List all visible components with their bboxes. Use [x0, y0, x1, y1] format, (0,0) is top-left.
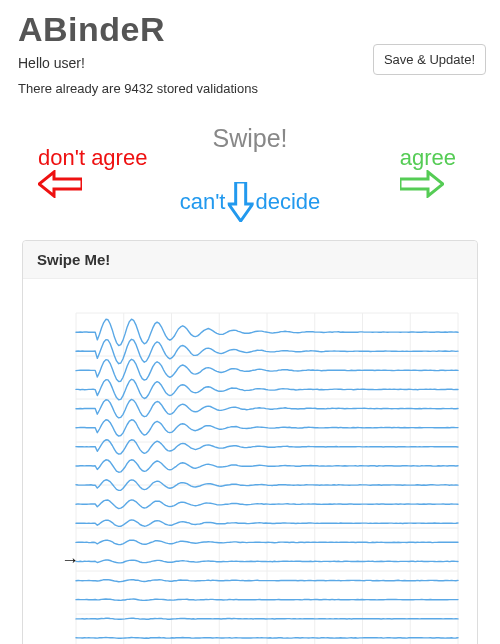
agree-text: agree — [400, 145, 456, 170]
swipe-heading: Swipe! — [212, 124, 287, 153]
dont-agree-label: don't agree — [38, 146, 147, 198]
cant-decide-label: can't decide — [180, 182, 321, 222]
save-update-button[interactable]: Save & Update! — [373, 44, 486, 75]
arrow-right-icon — [400, 170, 444, 198]
validations-count: 9432 — [124, 81, 153, 96]
validations-prefix: There already are — [18, 81, 124, 96]
agree-label: agree — [400, 146, 456, 198]
cant-decide-text-left: can't — [180, 189, 226, 215]
arrow-left-icon — [38, 170, 82, 198]
swipe-card-title: Swipe Me! — [23, 241, 477, 279]
swipe-card-body: → — [23, 279, 477, 644]
waveform-plot — [29, 283, 471, 644]
cant-decide-text-right: decide — [255, 189, 320, 215]
dont-agree-text: don't agree — [38, 145, 147, 170]
swipe-card[interactable]: Swipe Me! → — [22, 240, 478, 644]
arrow-down-icon — [227, 182, 253, 222]
validations-line: There already are 9432 stored validation… — [18, 81, 482, 96]
swipe-instructions: Swipe! don't agree agree can't decide — [18, 124, 482, 234]
validations-suffix: stored validations — [153, 81, 258, 96]
